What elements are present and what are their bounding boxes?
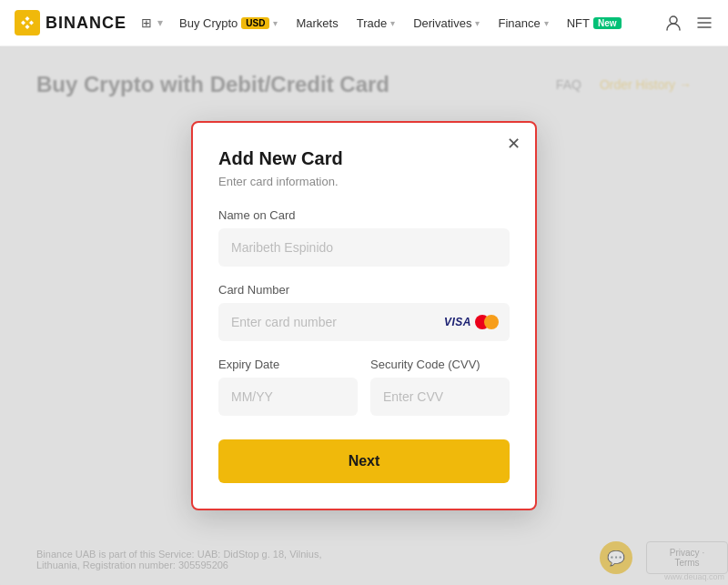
derivatives-chevron: ▾	[475, 18, 480, 28]
grid-icon[interactable]: ⊞	[141, 15, 152, 30]
nav-trade[interactable]: Trade ▾	[348, 0, 404, 46]
usd-badge: USD	[241, 17, 269, 29]
menu-button[interactable]	[695, 14, 713, 32]
security-code-label: Security Code (CVV)	[370, 358, 510, 371]
finance-chevron: ▾	[544, 18, 549, 28]
expiry-date-group: Expiry Date	[218, 358, 358, 416]
nav-finance[interactable]: Finance ▾	[489, 0, 557, 46]
new-badge: New	[593, 17, 622, 29]
name-on-card-group: Name on Card	[218, 208, 510, 267]
logo-text: BINANCE	[46, 14, 126, 33]
card-logos: VISA	[444, 315, 499, 329]
modal-backdrop: ✕ Add New Card Enter card information. N…	[0, 46, 728, 585]
svg-rect-0	[15, 10, 40, 35]
svg-point-1	[670, 16, 677, 24]
modal-close-button[interactable]: ✕	[507, 136, 521, 152]
user-icon	[664, 14, 682, 32]
nav-derivatives[interactable]: Derivatives ▾	[404, 0, 489, 46]
visa-logo: VISA	[444, 316, 471, 328]
expiry-date-label: Expiry Date	[218, 358, 358, 371]
navbar: BINANCE ⊞ ▾ Buy Crypto USD ▾ Markets Tra…	[0, 0, 728, 46]
add-new-card-modal: ✕ Add New Card Enter card information. N…	[191, 121, 537, 510]
nav-links: Buy Crypto USD ▾ Markets Trade ▾ Derivat…	[170, 0, 664, 46]
expiry-date-input[interactable]	[218, 378, 358, 416]
binance-logo-icon	[15, 10, 40, 35]
trade-chevron: ▾	[390, 18, 395, 28]
modal-subtitle: Enter card information.	[218, 175, 510, 188]
expiry-cvv-row: Expiry Date Security Code (CVV)	[218, 358, 510, 416]
user-icon-button[interactable]	[664, 14, 682, 32]
card-number-group: Card Number VISA	[218, 283, 510, 341]
chevron-icon: ▾	[157, 16, 163, 29]
nav-buy-crypto[interactable]: Buy Crypto USD ▾	[170, 0, 287, 46]
nav-markets[interactable]: Markets	[287, 0, 347, 46]
hamburger-icon	[695, 14, 713, 32]
security-code-input[interactable]	[370, 378, 510, 416]
card-number-label: Card Number	[218, 283, 510, 297]
modal-title: Add New Card	[218, 148, 510, 169]
buy-crypto-chevron: ▾	[273, 18, 278, 28]
security-code-group: Security Code (CVV)	[370, 358, 510, 416]
nav-nft[interactable]: NFT New	[558, 0, 631, 46]
name-on-card-label: Name on Card	[218, 208, 510, 222]
mastercard-logo	[475, 315, 499, 329]
name-on-card-input[interactable]	[218, 228, 510, 267]
next-button[interactable]: Next	[218, 439, 510, 483]
nav-right	[664, 14, 713, 32]
logo[interactable]: BINANCE	[15, 10, 126, 35]
mc-right-circle	[484, 315, 499, 329]
card-number-wrapper: VISA	[218, 303, 510, 341]
